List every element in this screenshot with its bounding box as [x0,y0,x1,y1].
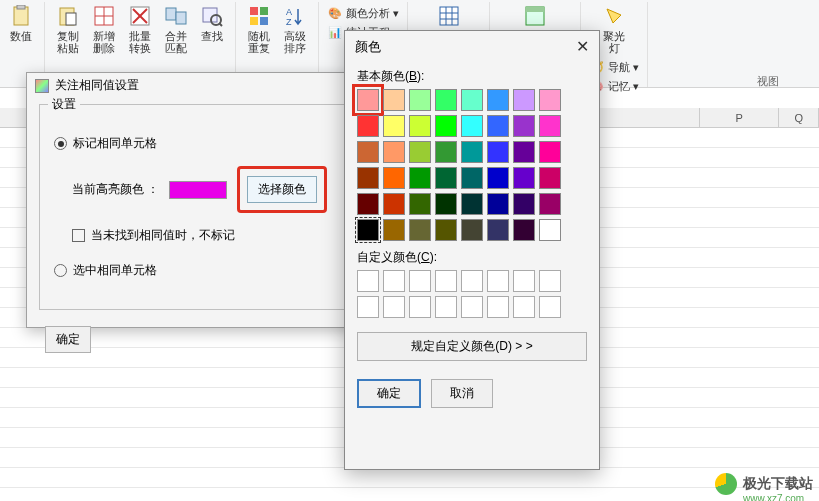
custom-color-slot[interactable] [513,296,535,318]
color-swatch[interactable] [409,193,431,215]
custom-color-slot[interactable] [539,296,561,318]
color-swatch[interactable] [435,141,457,163]
color-swatch[interactable] [357,115,379,137]
custom-color-slot[interactable] [409,270,431,292]
color-swatch[interactable] [487,89,509,111]
svg-rect-15 [250,7,258,15]
watermark-url: www.xz7.com [743,493,804,501]
color-swatch[interactable] [461,193,483,215]
color-swatch[interactable] [409,89,431,111]
color-swatch[interactable] [513,219,535,241]
color-swatch[interactable] [539,115,561,137]
cancel-button[interactable]: 取消 [431,379,493,408]
table-icon [437,4,461,28]
color-swatch[interactable] [435,89,457,111]
ok-button[interactable]: 确定 [45,326,91,353]
color-swatch[interactable] [383,141,405,163]
color-swatch[interactable] [539,89,561,111]
color-swatch[interactable] [461,141,483,163]
svg-line-14 [219,23,222,26]
watermark-brand: 极光下载站 [743,475,813,493]
color-picker-dialog: 颜色 ✕ 基本颜色(B): 自定义颜色(C): 规定自定义颜色(D) > > 确… [344,30,600,470]
dialog-title: 关注相同值设置 [55,77,139,94]
svg-rect-0 [14,7,28,25]
color-swatch[interactable] [487,141,509,163]
custom-color-slot[interactable] [435,296,457,318]
color-swatch[interactable] [513,141,535,163]
dialog-title: 颜色 [355,38,381,56]
color-swatch[interactable] [487,115,509,137]
color-swatch[interactable] [383,193,405,215]
custom-color-slot[interactable] [435,270,457,292]
color-swatch[interactable] [435,219,457,241]
color-swatch[interactable] [461,219,483,241]
color-swatch[interactable] [357,219,379,241]
color-swatch[interactable] [435,115,457,137]
close-icon[interactable]: ✕ [576,37,589,56]
define-custom-color-button[interactable]: 规定自定义颜色(D) > > [357,332,587,361]
custom-color-slot[interactable] [487,270,509,292]
color-swatch[interactable] [461,89,483,111]
choose-color-button[interactable]: 选择颜色 [247,176,317,203]
color-swatch[interactable] [539,219,561,241]
col-header[interactable]: P [700,108,779,127]
custom-color-slot[interactable] [461,296,483,318]
custom-color-slot[interactable] [487,296,509,318]
custom-color-slot[interactable] [461,270,483,292]
dialog-titlebar[interactable]: 颜色 ✕ [345,31,599,62]
color-swatch[interactable] [435,167,457,189]
app-icon [35,79,49,93]
color-swatch[interactable] [383,219,405,241]
tables-icon [164,4,188,28]
color-swatch[interactable] [409,141,431,163]
custom-color-slot[interactable] [357,296,379,318]
color-swatch[interactable] [357,141,379,163]
color-swatch[interactable] [383,115,405,137]
custom-color-slot[interactable] [513,270,535,292]
svg-rect-11 [176,12,186,24]
color-swatch[interactable] [539,141,561,163]
current-color-swatch [169,181,227,199]
color-swatch[interactable] [513,193,535,215]
color-swatch[interactable] [539,193,561,215]
radio-icon [54,264,67,277]
color-swatch[interactable] [539,167,561,189]
color-swatch[interactable] [487,219,509,241]
color-swatch[interactable] [383,89,405,111]
color-swatch[interactable] [513,115,535,137]
custom-color-slot[interactable] [383,296,405,318]
ribbon-spotlight[interactable]: 聚光 灯 [597,2,631,56]
svg-rect-16 [260,7,268,15]
color-swatch[interactable] [357,167,379,189]
stats-icon: 📊 [327,24,343,40]
color-swatch[interactable] [487,167,509,189]
color-swatch[interactable] [409,219,431,241]
ok-button[interactable]: 确定 [357,379,421,408]
basic-color-grid [357,89,587,241]
color-swatch[interactable] [409,115,431,137]
color-swatch[interactable] [461,167,483,189]
color-swatch[interactable] [513,89,535,111]
custom-color-slot[interactable] [357,270,379,292]
color-swatch[interactable] [435,193,457,215]
svg-rect-10 [166,8,176,20]
custom-color-slot[interactable] [539,270,561,292]
svg-rect-21 [440,7,458,25]
color-swatch[interactable] [487,193,509,215]
color-swatch[interactable] [357,193,379,215]
radio-label: 选中相同单元格 [73,262,157,279]
custom-color-slot[interactable] [409,296,431,318]
basic-colors-label: 基本颜色(B): [357,68,587,85]
radio-icon [54,137,67,150]
watermark: 极光下载站 www.xz7.com [715,473,813,495]
custom-color-slot[interactable] [383,270,405,292]
svg-rect-17 [250,17,258,25]
col-header[interactable]: Q [779,108,819,127]
color-swatch[interactable] [513,167,535,189]
color-swatch[interactable] [461,115,483,137]
grid-add-icon [92,4,116,28]
color-swatch[interactable] [383,167,405,189]
color-swatch[interactable] [357,89,379,111]
color-swatch[interactable] [409,167,431,189]
ribbon-color-analysis[interactable]: 🎨颜色分析 ▾ [325,4,401,22]
